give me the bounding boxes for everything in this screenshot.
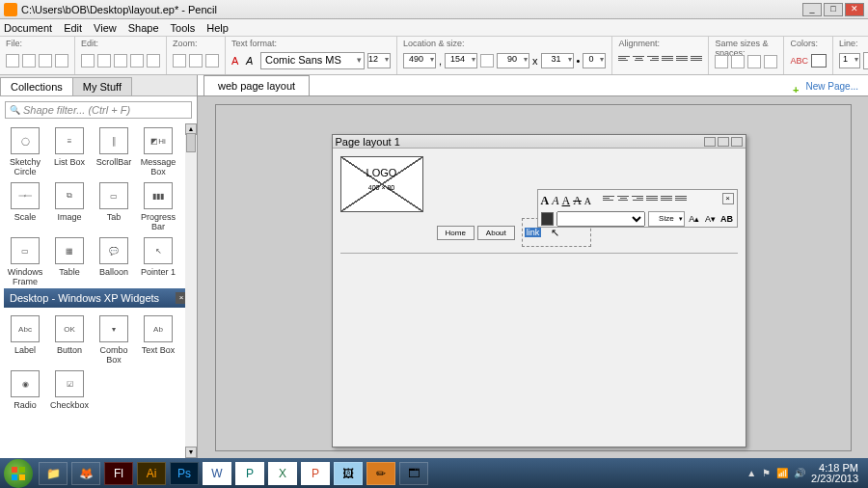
zoom-in-icon[interactable]	[173, 54, 186, 68]
task-pencil-icon[interactable]: ✏	[366, 462, 395, 485]
align-bot-icon[interactable]	[691, 56, 702, 66]
tab-collections[interactable]: Collections	[0, 77, 73, 95]
undo-icon[interactable]	[81, 54, 95, 68]
shape-balloon[interactable]: 💬Balloon	[93, 233, 135, 286]
align-right-icon[interactable]	[647, 56, 659, 66]
tray-vol-icon[interactable]: 🔊	[794, 468, 805, 478]
task-powerpoint-icon[interactable]: P	[301, 462, 330, 485]
shape-windows-frame[interactable]: ▭Windows Frame	[4, 233, 46, 286]
underline-icon[interactable]: A	[562, 194, 571, 208]
line-style-combo[interactable]: Solid	[863, 52, 868, 69]
fontsize-field[interactable]: 12	[367, 53, 391, 68]
align-left-icon[interactable]	[618, 56, 630, 66]
print-icon[interactable]	[55, 54, 68, 68]
copy-icon[interactable]	[130, 54, 144, 68]
task-explorer-icon[interactable]: 📁	[39, 462, 68, 485]
canvas[interactable]: Page layout 1 LOGO 400 × 80 Ho	[198, 96, 868, 459]
menu-edit[interactable]: Edit	[64, 22, 82, 34]
paper[interactable]: Page layout 1 LOGO 400 × 80 Ho	[215, 104, 852, 451]
save-doc-icon[interactable]	[39, 54, 52, 68]
scroll-thumb[interactable]	[186, 133, 196, 152]
textfx-icon[interactable]: A	[584, 196, 591, 206]
tray-up-icon[interactable]: ▲	[746, 468, 756, 478]
shape-message-box[interactable]: ◩HiMessage Box	[137, 123, 179, 176]
tray-flag-icon[interactable]: ⚑	[762, 468, 771, 478]
pop-indent-icon[interactable]	[675, 196, 687, 205]
task-excel-icon[interactable]: X	[268, 462, 297, 485]
close-button[interactable]: ✕	[845, 3, 864, 16]
same-width-icon[interactable]	[715, 55, 728, 68]
size-h[interactable]: 31	[541, 53, 574, 68]
dist-h-icon[interactable]	[747, 55, 761, 68]
menu-document[interactable]: Document	[4, 22, 52, 34]
pop-size-down-icon[interactable]: A▾	[704, 212, 718, 226]
bold-icon[interactable]: A	[541, 194, 550, 208]
doc-tab-active[interactable]: web page layout	[203, 75, 310, 95]
task-publisher-icon[interactable]: P	[235, 462, 264, 485]
section-header-xp[interactable]: Desktop - Windows XP Widgets ×	[4, 288, 193, 308]
loc-y[interactable]: 154	[445, 53, 477, 68]
shape-combo-box[interactable]: ▾Combo Box	[93, 312, 135, 365]
shape-table[interactable]: ▦Table	[48, 233, 91, 286]
new-doc-icon[interactable]	[6, 54, 19, 68]
pop-allcaps-icon[interactable]: AB	[720, 212, 734, 226]
lock-icon[interactable]	[480, 54, 494, 68]
shape-checkbox[interactable]: ☑Checkbox	[48, 366, 91, 420]
task-window-icon[interactable]: 🗔	[399, 462, 428, 485]
shape-progress-bar[interactable]: ▮▮▮Progress Bar	[137, 178, 179, 231]
shapes-scrollbar[interactable]: ▲ ▼	[185, 123, 197, 458]
italic-icon[interactable]: A	[552, 194, 558, 208]
pop-align-center-icon[interactable]	[617, 196, 629, 205]
shape-button[interactable]: OKButton	[48, 312, 91, 365]
tray-clock[interactable]: 4:18 PM 2/23/2013	[811, 463, 858, 484]
shape-image[interactable]: ⧉Image	[48, 178, 91, 231]
loc-x[interactable]: 490	[403, 53, 436, 68]
task-photoviewer-icon[interactable]: 🖼	[334, 462, 363, 485]
zoom-out-icon[interactable]	[205, 54, 219, 68]
scroll-down-icon[interactable]: ▼	[185, 447, 197, 458]
size-w[interactable]: 90	[497, 53, 529, 68]
shape-label[interactable]: AbcLabel	[4, 312, 46, 365]
mockup-titlebar[interactable]: Page layout 1	[333, 135, 746, 149]
new-page-link[interactable]: New Page...	[802, 77, 862, 95]
pop-align-right-icon[interactable]	[632, 196, 643, 205]
pop-color-swatch[interactable]	[541, 212, 555, 226]
pop-size-combo[interactable]: Size	[648, 211, 685, 227]
nav-home-button[interactable]: Home	[437, 226, 475, 240]
paste-icon[interactable]	[147, 54, 160, 68]
task-word-icon[interactable]: W	[203, 462, 231, 485]
menu-help[interactable]: Help	[206, 22, 229, 34]
line-width[interactable]: 1	[839, 53, 860, 68]
popup-close-icon[interactable]: ×	[722, 193, 734, 204]
same-height-icon[interactable]	[731, 55, 745, 68]
cut-icon[interactable]	[114, 54, 127, 68]
add-page-icon[interactable]: +	[793, 84, 799, 95]
shape-tab[interactable]: ▭Tab	[93, 178, 135, 231]
menu-view[interactable]: View	[94, 22, 117, 34]
task-firefox-icon[interactable]: 🦊	[71, 462, 100, 485]
text-style-icon[interactable]: A	[246, 55, 258, 67]
mockup-window[interactable]: Page layout 1 LOGO 400 × 80 Ho	[332, 134, 746, 447]
strike-icon[interactable]: A	[573, 194, 582, 208]
shape-scale[interactable]: ⟞⟝Scale	[4, 178, 46, 231]
minimize-button[interactable]: _	[802, 3, 822, 16]
redo-icon[interactable]	[97, 54, 111, 68]
text-format-popup[interactable]: × A A A A A	[537, 189, 738, 228]
pop-size-up-icon[interactable]: A▴	[688, 212, 701, 226]
tray-net-icon[interactable]: 📶	[776, 468, 788, 478]
menu-shape[interactable]: Shape	[128, 22, 159, 34]
text-color-icon[interactable]: A	[231, 55, 243, 67]
task-photoshop-icon[interactable]: Ps	[170, 462, 199, 485]
shape-list-box[interactable]: ≡List Box	[48, 123, 91, 176]
shape-scrollbar[interactable]: ║ScrollBar	[93, 123, 135, 176]
tab-mystuff[interactable]: My Stuff	[72, 77, 132, 95]
start-button[interactable]	[4, 459, 33, 488]
nav-about-button[interactable]: About	[477, 226, 515, 240]
align-mid-icon[interactable]	[676, 56, 688, 66]
pop-list-num-icon[interactable]	[661, 196, 672, 205]
pop-align-left-icon[interactable]	[603, 196, 614, 205]
fill-color-btn[interactable]	[811, 54, 827, 68]
zoom-reset-icon[interactable]	[189, 54, 203, 68]
maximize-button[interactable]: □	[824, 3, 843, 16]
shape-pointer-1[interactable]: ↖Pointer 1	[137, 233, 179, 286]
